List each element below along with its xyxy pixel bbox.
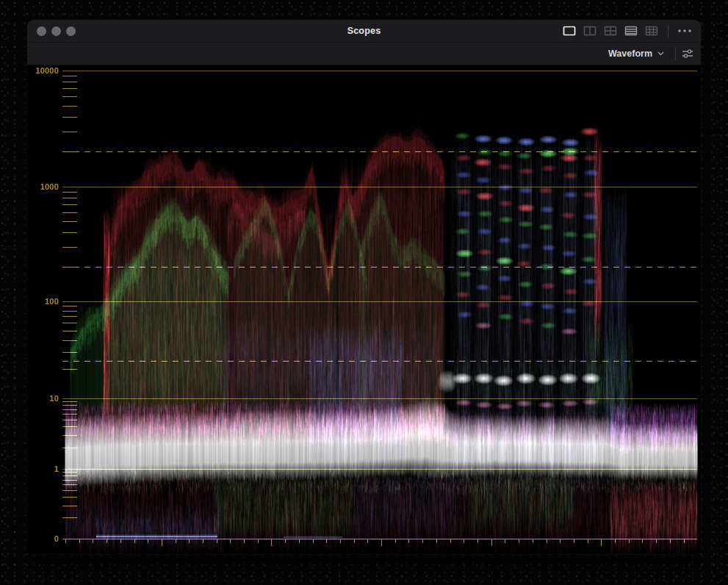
layout-grid-button[interactable] (641, 24, 662, 37)
scopes-window: Scopes (26, 19, 702, 555)
minimize-button[interactable] (51, 26, 61, 36)
settings-sliders-icon (681, 48, 694, 60)
layout-single-button[interactable] (559, 24, 580, 37)
waveform-canvas[interactable] (27, 65, 702, 555)
window-titlebar: Scopes (27, 20, 701, 43)
layout-four-up-button[interactable] (600, 24, 621, 37)
layout-stacked-button[interactable] (621, 24, 641, 37)
two-up-view-icon (583, 26, 597, 36)
scope-settings-button[interactable] (678, 45, 697, 62)
layout-buttons-group (559, 20, 695, 42)
single-view-icon (563, 26, 576, 36)
scope-type-dropdown[interactable]: Waveform (604, 43, 668, 65)
traffic-lights (37, 20, 76, 42)
ellipsis-icon (677, 29, 692, 33)
scope-display: 10000 1000 100 10 1 0 (27, 65, 701, 555)
toolbar-divider (675, 47, 676, 60)
zoom-button[interactable] (66, 26, 76, 36)
desktop-background: Scopes (0, 0, 728, 585)
titlebar-divider (668, 25, 668, 37)
more-options-button[interactable] (674, 27, 695, 35)
four-up-view-icon (604, 26, 617, 36)
close-button[interactable] (37, 26, 46, 36)
layout-two-up-button[interactable] (580, 24, 600, 37)
grid-view-icon (645, 26, 658, 36)
chevron-down-icon (657, 51, 664, 56)
scope-toolbar: Waveform (27, 43, 701, 65)
scope-type-label: Waveform (608, 49, 652, 59)
stacked-view-icon (624, 26, 638, 36)
